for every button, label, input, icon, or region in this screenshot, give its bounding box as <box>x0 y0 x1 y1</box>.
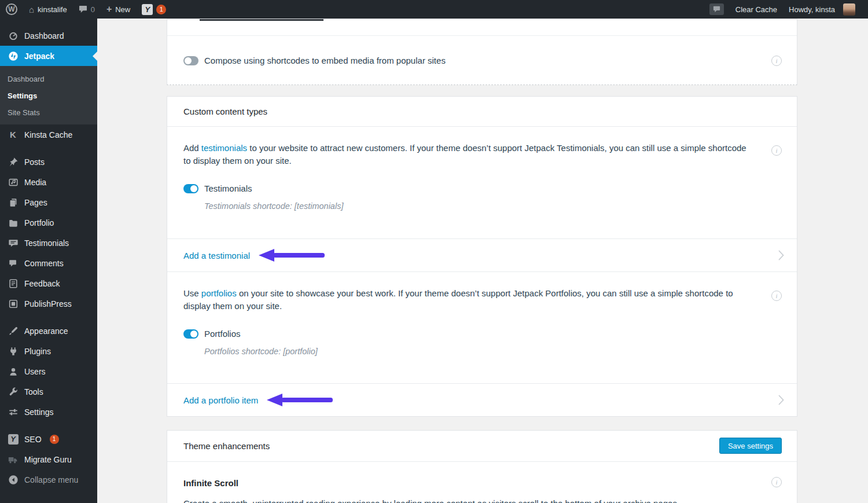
feedback-icon <box>8 278 19 289</box>
dashboard-icon <box>8 30 19 41</box>
comments-icon <box>8 258 19 269</box>
sidebar-item-seo[interactable]: Y SEO 1 <box>0 429 97 449</box>
jetpack-icon <box>8 50 19 61</box>
portfolios-section: Use portfolios on your site to showcase … <box>167 272 797 384</box>
clipped-text-sliver <box>200 19 323 21</box>
sidebar-item-settings[interactable]: Settings <box>0 402 97 422</box>
testimonials-link[interactable]: testimonials <box>201 143 247 153</box>
sidebar-item-publishpress[interactable]: PublishPress <box>0 293 97 314</box>
compose-shortcodes-label: Compose using shortcodes to embed media … <box>204 56 446 65</box>
kinsta-k-icon: K <box>8 129 19 140</box>
sidebar-item-jetpack[interactable]: Jetpack <box>0 46 97 66</box>
testimonials-toggle[interactable] <box>183 184 198 193</box>
sidebar-item-media[interactable]: Media <box>0 172 97 192</box>
sidebar-item-portfolio[interactable]: Portfolio <box>0 212 97 233</box>
infinite-scroll-section: Infinite Scroll Create a smooth, uninter… <box>167 462 797 503</box>
compose-shortcodes-row: Compose using shortcodes to embed media … <box>167 36 797 85</box>
sidebar-item-comments[interactable]: Comments <box>0 253 97 273</box>
custom-content-types-card: Custom content types Add testimonials to… <box>167 96 797 417</box>
add-portfolio-link[interactable]: Add a portfolio item <box>183 395 258 405</box>
card-title: Custom content types <box>167 97 797 127</box>
account-menu[interactable]: Howdy, kinsta <box>783 0 861 19</box>
sidebar-item-collapse-menu[interactable]: Collapse menu <box>0 469 97 490</box>
compose-shortcodes-toggle[interactable] <box>183 56 198 65</box>
chevron-right-icon[interactable] <box>778 250 784 260</box>
new-label: New <box>115 5 130 14</box>
add-portfolio-row[interactable]: Add a portfolio item <box>167 384 797 416</box>
portfolios-link[interactable]: portfolios <box>201 288 237 298</box>
sidebar-item-pages[interactable]: Pages <box>0 192 97 212</box>
testimonials-toggle-row: Testimonials <box>183 183 751 193</box>
admin-bar: W ⌂ kinstalife 0 + New Y 1 Clear Cache H <box>0 0 868 19</box>
speech-bubble-icon <box>709 3 724 15</box>
portfolios-shortcode-note: Portfolios shortcode: [portfolio] <box>204 347 751 356</box>
testimonials-description: Add testimonials to your website to attr… <box>183 142 751 167</box>
truck-icon <box>8 454 19 465</box>
chevron-right-icon[interactable] <box>778 395 784 405</box>
yoast-notification-badge: 1 <box>156 5 166 14</box>
clear-cache-button[interactable]: Clear Cache <box>730 0 783 19</box>
save-settings-button[interactable]: Save settings <box>719 438 782 454</box>
info-icon[interactable]: i <box>771 291 782 301</box>
sidebar-item-plugins[interactable]: Plugins <box>0 341 97 361</box>
submenu-item-site-stats[interactable]: Site Stats <box>0 104 97 121</box>
site-name-label: kinstalife <box>38 5 67 14</box>
testimonials-icon <box>8 237 19 248</box>
testimonials-shortcode-note: Testimonials shortcode: [testimonials] <box>204 201 751 211</box>
annotation-arrow <box>257 248 326 263</box>
sidebar-item-migrate-guru[interactable]: Migrate Guru <box>0 449 97 469</box>
yoast-icon: Y <box>142 4 153 15</box>
wrench-icon <box>8 386 19 397</box>
sidebar-item-kinsta-cache[interactable]: K Kinsta Cache <box>0 124 97 145</box>
seo-notification-badge: 1 <box>50 435 59 444</box>
portfolio-icon <box>8 217 19 228</box>
plus-icon: + <box>106 5 112 14</box>
submenu-item-settings[interactable]: Settings <box>0 87 97 104</box>
pages-icon <box>8 197 19 208</box>
info-icon[interactable]: i <box>771 477 782 487</box>
wordpress-logo-icon: W <box>6 3 17 15</box>
wp-logo-menu[interactable]: W <box>0 0 23 19</box>
jetpack-submenu: Dashboard Settings Site Stats <box>0 66 97 124</box>
comments-shortcut[interactable]: 0 <box>73 0 101 19</box>
sidebar-item-posts[interactable]: Posts <box>0 152 97 172</box>
yoast-admin-bar-menu[interactable]: Y 1 <box>136 0 172 19</box>
admin-sidebar: Dashboard Jetpack Dashboard Settings Sit… <box>0 19 97 503</box>
main-content: Compose using shortcodes to embed media … <box>97 19 868 503</box>
new-content-menu[interactable]: + New <box>101 0 136 19</box>
add-testimonial-row[interactable]: Add a testimonial <box>167 239 797 272</box>
media-icon <box>8 177 19 188</box>
portfolios-toggle-label: Portfolios <box>204 329 241 339</box>
sidebar-item-dashboard[interactable]: Dashboard <box>0 25 97 46</box>
info-icon[interactable]: i <box>771 145 782 156</box>
comment-bubble-icon <box>79 5 87 13</box>
clear-cache-label: Clear Cache <box>735 5 777 14</box>
collapse-icon <box>8 474 19 485</box>
pin-icon <box>8 156 19 167</box>
appearance-brush-icon <box>8 325 19 336</box>
admin-bar-left: W ⌂ kinstalife 0 + New Y 1 <box>0 0 172 19</box>
portfolios-toggle[interactable] <box>183 329 198 339</box>
plugins-icon <box>8 346 19 357</box>
clipped-row-remnant <box>167 19 797 36</box>
info-icon[interactable]: i <box>771 56 782 66</box>
yoast-icon: Y <box>8 434 19 445</box>
infinite-scroll-description: Create a smooth, uninterrupted reading e… <box>183 497 751 503</box>
portfolios-toggle-row: Portfolios <box>183 329 751 339</box>
submenu-item-dashboard[interactable]: Dashboard <box>0 71 97 87</box>
user-icon <box>8 366 19 377</box>
sidebar-item-feedback[interactable]: Feedback <box>0 273 97 293</box>
publishpress-icon <box>8 298 19 309</box>
sidebar-item-users[interactable]: Users <box>0 361 97 381</box>
add-testimonial-link[interactable]: Add a testimonial <box>183 251 250 260</box>
comments-count: 0 <box>91 5 95 14</box>
writing-media-card: Compose using shortcodes to embed media … <box>167 19 797 85</box>
home-icon: ⌂ <box>29 5 34 14</box>
testimonials-toggle-label: Testimonials <box>204 183 252 193</box>
sidebar-item-appearance[interactable]: Appearance <box>0 321 97 341</box>
avatar <box>843 3 855 16</box>
sidebar-item-tools[interactable]: Tools <box>0 381 97 402</box>
sidebar-item-testimonials[interactable]: Testimonials <box>0 233 97 253</box>
site-name-link[interactable]: ⌂ kinstalife <box>23 0 73 19</box>
feedback-bubble-button[interactable] <box>704 0 730 19</box>
